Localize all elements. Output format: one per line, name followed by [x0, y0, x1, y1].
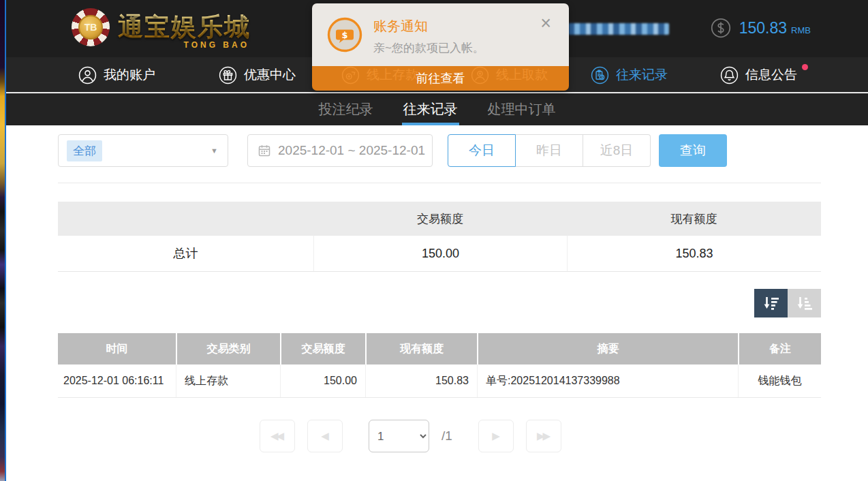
search-button[interactable]: 查询 — [659, 134, 727, 167]
type-selected-tag: 全部 — [67, 140, 102, 161]
summary-total-label: 总计 — [58, 236, 313, 271]
nav-item-promotions[interactable]: 优惠中心 — [219, 57, 296, 93]
dollar-circle-icon — [711, 18, 731, 38]
cell-transaction-amount: 150.00 — [280, 364, 365, 397]
sort-descending-button[interactable] — [754, 289, 788, 317]
balance-currency: RMB — [791, 25, 811, 35]
summary-transaction-total: 150.00 — [313, 236, 567, 271]
svg-text:$: $ — [341, 30, 347, 40]
divider — [58, 183, 821, 183]
date-range-value: 2025-12-01 ~ 2025-12-01 — [278, 143, 425, 158]
col-balance: 现有额度 — [365, 333, 477, 364]
next-page-button[interactable]: ▶ — [478, 420, 514, 452]
cell-balance: 150.83 — [365, 364, 477, 397]
page-select[interactable]: 1 — [369, 420, 429, 452]
summary-table: 交易额度 现有额度 总计 150.00 150.83 — [58, 202, 821, 272]
cell-remark: 钱能钱包 — [738, 364, 821, 397]
cell-time: 2025-12-01 06:16:11 — [58, 364, 176, 397]
col-transaction-amount: 交易额度 — [280, 333, 365, 364]
chip-monogram: TB — [78, 15, 103, 40]
balance[interactable]: 150.83 RMB — [711, 18, 811, 38]
summary-header-balance: 现有额度 — [567, 202, 821, 236]
col-time: 时间 — [58, 333, 176, 364]
username-redacted — [568, 23, 669, 35]
calendar-icon — [258, 144, 271, 157]
chevron-down-icon: ▼ — [211, 146, 218, 155]
quick-range-group: 今日 昨日 近8日 — [448, 134, 651, 167]
col-remark: 备注 — [738, 333, 821, 364]
notification-body: $ 账务通知 亲~您的款项已入帐。 × — [312, 3, 569, 66]
nav-item-transactions[interactable]: 往来记录 — [591, 57, 668, 93]
summary-header-row: 交易额度 现有额度 — [58, 202, 821, 236]
table-header-row: 时间 交易类别 交易额度 现有额度 摘要 备注 — [58, 333, 821, 364]
sort-ascending-button[interactable] — [788, 289, 821, 317]
nav-item-announcements[interactable]: 信息公告 — [720, 57, 797, 93]
summary-header-transaction: 交易额度 — [313, 202, 567, 236]
close-icon[interactable]: × — [540, 14, 551, 33]
tab-pending-orders[interactable]: 处理中订单 — [488, 93, 556, 125]
summary-total-row: 总计 150.00 150.83 — [58, 236, 821, 272]
nav-item-my-account[interactable]: 我的账户 — [78, 57, 155, 93]
pagination: ◀◀ ◀ 1 /1 ▶ ▶▶ — [6, 420, 815, 452]
site-title: 通宝娱乐城 — [118, 10, 251, 44]
date-range-input[interactable]: 2025-12-01 ~ 2025-12-01 — [247, 134, 433, 167]
notification-message: 亲~您的款项已入帐。 — [373, 40, 484, 56]
page-total: /1 — [441, 429, 452, 444]
bell-icon — [720, 66, 739, 84]
col-summary: 摘要 — [477, 333, 738, 364]
poker-chip-icon: TB — [72, 8, 110, 46]
logo-text: 通宝娱乐城 TONG BAO — [118, 10, 251, 44]
records-table: 时间 交易类别 交易额度 现有额度 摘要 备注 2025-12-01 06:16… — [58, 333, 821, 398]
col-type: 交易类别 — [176, 333, 280, 364]
sort-descending-icon — [762, 294, 780, 313]
gift-icon — [219, 66, 237, 84]
tab-transaction-records[interactable]: 往来记录 — [403, 93, 458, 125]
prev-page-button[interactable]: ◀ — [307, 420, 343, 452]
notification-title: 账务通知 — [373, 17, 428, 35]
cell-type: 线上存款 — [176, 364, 280, 397]
today-button[interactable]: 今日 — [448, 134, 516, 167]
last-page-button[interactable]: ▶▶ — [526, 420, 561, 452]
type-select[interactable]: 全部 ▼ — [58, 134, 228, 167]
yesterday-button[interactable]: 昨日 — [516, 134, 583, 167]
sort-controls — [754, 289, 821, 317]
summary-header-empty — [58, 202, 313, 236]
page: TB 通宝娱乐城 TONG BAO 15 — [0, 0, 868, 481]
account-icon — [78, 66, 97, 84]
unread-badge — [802, 64, 808, 70]
content-area: 全部 ▼ 2025-12-01 ~ 2025-12-01 今日 昨日 近8日 查… — [6, 125, 868, 481]
table-row: 2025-12-01 06:16:11 线上存款 150.00 150.83 单… — [58, 364, 821, 398]
left-background-strip — [0, 0, 6, 481]
money-message-icon: $ — [327, 17, 362, 52]
notification-popup: $ 账务通知 亲~您的款项已入帐。 × 前往查看 — [312, 3, 569, 91]
site-logo[interactable]: TB 通宝娱乐城 TONG BAO — [72, 8, 251, 46]
balance-amount: 150.83 — [739, 19, 787, 37]
transaction-records-icon — [591, 66, 609, 84]
sort-ascending-icon — [795, 294, 813, 313]
tab-bet-records[interactable]: 投注纪录 — [319, 93, 373, 125]
summary-balance-total: 150.83 — [567, 236, 821, 271]
last-8-days-button[interactable]: 近8日 — [583, 134, 651, 167]
tab-bar: 投注纪录 往来记录 处理中订单 — [6, 93, 868, 125]
first-page-button[interactable]: ◀◀ — [260, 420, 295, 452]
site-subtitle: TONG BAO — [184, 40, 249, 50]
cell-summary: 单号:202512014137339988 — [477, 364, 738, 397]
notification-action-button[interactable]: 前往查看 — [312, 66, 569, 91]
